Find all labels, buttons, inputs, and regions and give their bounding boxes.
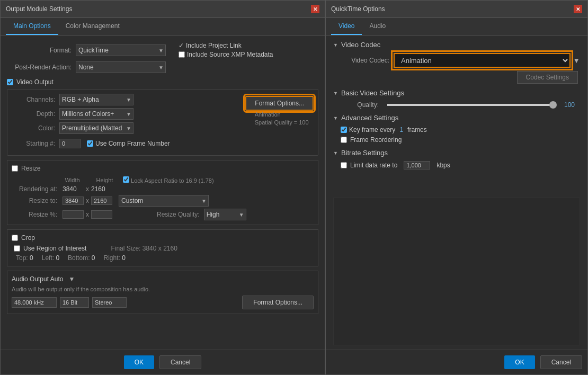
video-codec-triangle: ▼ [333,42,338,48]
crop-coords: Top: 0 Left: 0 Bottom: 0 Right: 0 [12,254,314,262]
color-row: Color: Premultiplied (Matted) ▼ [12,122,239,134]
video-codec-header: ▼ Video Codec [333,41,580,49]
resize-label: Resize [21,165,41,172]
quality-slider[interactable] [387,104,556,106]
use-roi-checkbox[interactable] [14,245,20,252]
color-select[interactable]: Premultiplied (Matted) [59,122,133,134]
quicktime-content: ▼ Video Codec Video Codec: Animation ▼ C… [326,35,587,193]
video-output-checkbox[interactable] [7,79,13,85]
bitrate-settings-section: ▼ Bitrate Settings Limit data rate to kb… [333,149,580,169]
right-ok-button[interactable]: OK [504,355,534,369]
quicktime-options-dialog: QuickTime Options ✕ Video Audio ▼ Video … [325,0,588,375]
post-render-select-wrapper: None ▼ [76,61,166,73]
include-xmp-row: Include Source XMP Metadata [179,51,273,58]
bottom-label: Bottom: 0 [68,254,95,262]
resize-quality-label: Resize Quality: [157,211,200,218]
bitrate-triangle: ▼ [333,150,338,156]
resize-pct-x-input[interactable] [63,210,84,219]
frame-reorder-label: Frame Reordering [350,136,402,144]
resize-to-height-input[interactable] [91,197,112,205]
right-close-button[interactable]: ✕ [574,5,582,13]
tab-color-management[interactable]: Color Management [58,18,127,35]
resize-checkbox[interactable] [12,165,18,172]
starting-label: Starting #: [12,140,59,147]
rendering-label: Rendering at: [18,185,60,193]
include-xmp-label: Include Source XMP Metadata [187,51,273,58]
quality-fill [387,104,556,106]
resize-preset-select[interactable]: Custom [119,195,209,207]
rendering-height: 2160 [91,185,112,193]
crop-label: Crop [21,234,35,242]
audio-dropdown-arrow[interactable]: ▼ [68,275,75,283]
animation-info: Animation Spatial Quality = 100 [255,111,309,127]
channels-row: Channels: RGB + Alpha ▼ [12,94,239,105]
use-comp-frame-label: Use Comp Frame Number [95,140,170,147]
sample-rate-select[interactable]: 48.000 kHz [12,297,57,308]
resize-pct-y-input[interactable] [91,210,112,219]
resize-quality-select[interactable]: High [204,209,246,220]
channels-select[interactable]: RGB + Alpha [59,94,133,105]
quality-thumb [549,101,557,109]
video-codec-title: Video Codec [341,41,380,49]
resize-header: Resize [12,165,314,172]
depth-select-wrapper: Millions of Colors+ ▼ [59,108,133,120]
color-select-wrapper: Premultiplied (Matted) ▼ [59,122,133,134]
frame-reorder-checkbox[interactable] [341,137,347,143]
resize-pct-label: Resize %: [18,211,60,218]
basic-video-title: Basic Video Settings [341,89,404,97]
audio-header-row: Audio Output Auto ▼ [12,275,314,283]
lock-aspect-checkbox[interactable] [123,176,129,183]
right-title-bar: QuickTime Options ✕ [326,1,587,18]
channels-format-row: Channels: RGB + Alpha ▼ Depth: Milli [12,94,314,137]
keyframe-checkbox[interactable] [341,127,347,133]
use-roi-label: Use Region of Interest [23,245,86,252]
include-xmp-checkbox[interactable] [179,51,185,58]
tab-video[interactable]: Video [331,18,362,35]
starting-input[interactable] [59,139,81,148]
quality-row: Quality: 100 [333,101,580,109]
tab-audio[interactable]: Audio [362,18,393,35]
codec-settings-button[interactable]: Codec Settings [517,71,578,84]
audio-format-options-button[interactable]: Format Options... [242,296,314,309]
advanced-settings-header: ▼ Advanced Settings [333,114,580,122]
left-panel-title: Output Module Settings [6,5,72,13]
video-output-header: Video Output [7,78,318,86]
codec-select-row: Video Codec: Animation ▼ [333,53,580,68]
output-module-dialog: Output Module Settings ✕ Main Options Co… [0,0,325,375]
depth-select[interactable]: Millions of Colors+ [59,108,133,120]
data-rate-input[interactable] [404,161,430,169]
depth-label: Depth: [12,110,59,118]
basic-video-section: ▼ Basic Video Settings Quality: 100 [333,89,580,109]
post-render-label: Post-Render Action: [7,64,76,71]
format-options-col: Format Options... Animation Spatial Qual… [245,96,314,127]
quality-value: 100 [564,101,580,109]
format-options-button[interactable]: Format Options... [245,96,314,111]
channels-col: Channels: RGB + Alpha ▼ Depth: Milli [12,94,239,137]
quality-label: Quality: [341,101,383,109]
advanced-settings-section: ▼ Advanced Settings Key frame every 1 fr… [333,114,580,144]
resize-quality-row: Resize %: x Resize Quality: High ▼ [12,209,314,220]
keyframe-label: Key frame every [349,126,395,133]
channels-label: Channels: [12,96,59,103]
resize-section: Resize Width Height Lock Aspect Ratio to… [7,160,318,225]
keyframe-row: Key frame every 1 frames [333,126,580,133]
left-cancel-button[interactable]: Cancel [159,355,201,369]
tab-main-options[interactable]: Main Options [6,18,58,35]
use-comp-frame-checkbox[interactable] [87,140,93,147]
right-bottom-buttons: OK Cancel [326,350,587,374]
resize-to-label: Resize to: [18,197,60,204]
bit-depth-select[interactable]: 16 Bit [60,297,89,308]
include-project-link-check: ✓ [179,42,184,49]
resize-to-width-input[interactable] [63,197,84,205]
channels-audio-select[interactable]: Stereo [92,297,127,308]
left-close-button[interactable]: ✕ [311,5,319,13]
limit-data-rate-checkbox[interactable] [341,162,347,168]
rendering-row: Rendering at: 3840 x 2160 [12,185,314,193]
post-render-select[interactable]: None [76,61,166,73]
qt-spacer [333,198,580,346]
crop-checkbox[interactable] [12,235,18,241]
codec-select[interactable]: Animation [394,53,571,68]
left-ok-button[interactable]: OK [124,355,154,369]
right-cancel-button[interactable]: Cancel [540,355,582,369]
format-select[interactable]: QuickTime [76,44,166,56]
